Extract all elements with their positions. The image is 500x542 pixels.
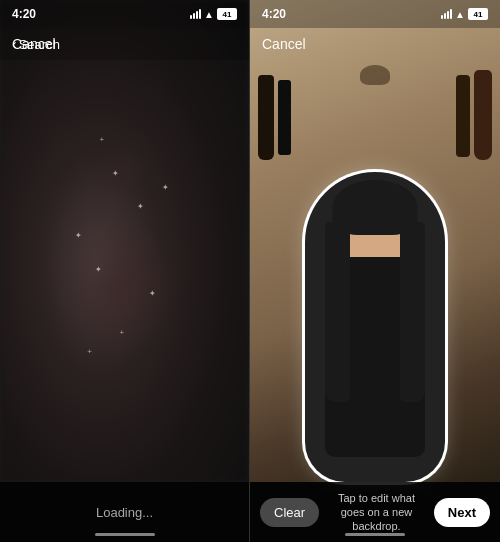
loading-text: Loading... [96,505,153,520]
left-battery-icon: 41 [217,8,237,20]
clear-button[interactable]: Clear [260,498,319,527]
tap-hint: Tap to edit what goes on a new backdrop. [319,491,434,534]
next-button[interactable]: Next [434,498,490,527]
left-photo-content [0,0,249,482]
left-wifi-icon: ▲ [204,9,214,20]
right-signal-icon [441,9,452,19]
left-cancel-button[interactable]: Cancel [12,36,56,52]
left-status-icons: ▲ 41 [190,8,237,20]
guitar-4 [456,75,470,157]
left-time: 4:20 [12,7,36,21]
phone-left: 4:20 ▲ 41 ‹ Search [0,0,250,542]
person-bangs [340,192,410,212]
phone-container: 4:20 ▲ 41 ‹ Search [0,0,500,542]
right-status-icons: ▲ 41 [441,8,488,20]
left-status-bar: 4:20 ▲ 41 [0,0,249,28]
phone-right: 4:20 ▲ 41 [250,0,500,542]
person-cutout [305,172,445,482]
wall-decoration [360,65,390,85]
guitar-2 [278,80,291,155]
guitar-1 [258,75,274,160]
right-battery-icon: 41 [468,8,488,20]
left-home-indicator [95,533,155,536]
right-home-indicator [345,533,405,536]
right-time: 4:20 [262,7,286,21]
hair-right [400,222,425,402]
left-signal-icon [190,9,201,19]
left-photo-area: ✦ ✦ ✦ ✦ ✦ ✦ + + + [0,0,249,482]
right-cancel-button[interactable]: Cancel [262,36,306,52]
guitar-3 [474,70,492,160]
right-status-bar: 4:20 ▲ 41 [250,0,500,28]
hair-left [325,222,350,402]
right-wifi-icon: ▲ [455,9,465,20]
